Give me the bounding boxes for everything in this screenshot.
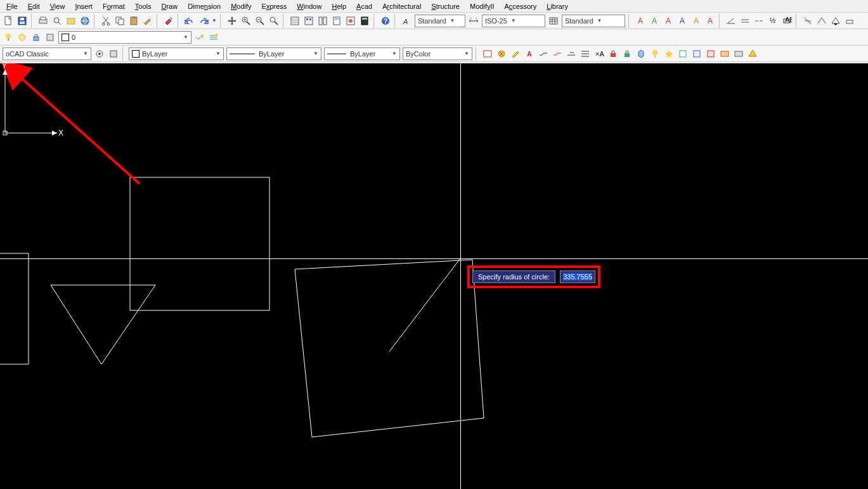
menu-architectural[interactable]: Architectural [377,1,426,11]
menu-window[interactable]: Window [292,1,327,11]
x13-icon[interactable] [649,48,661,60]
zoom-win-icon[interactable] [254,15,266,27]
menu-view[interactable]: View [45,1,70,11]
plotstyle-combo[interactable]: ByColor▼ [403,48,472,60]
x9-icon[interactable]: ×A [593,48,605,60]
publish-icon[interactable] [65,15,77,27]
menu-modify2[interactable]: ModifyII [465,1,500,11]
pan-icon[interactable] [226,15,238,27]
menu-file[interactable]: File [1,1,23,11]
properties-icon[interactable] [289,15,301,27]
tol-icon[interactable] [802,15,813,27]
web-icon[interactable] [79,15,91,27]
redo-icon[interactable] [198,15,209,27]
x15-icon[interactable] [677,48,689,60]
dim-ang-icon[interactable] [725,15,737,27]
dc-icon[interactable] [303,15,314,27]
menu-modify[interactable]: Modify [226,1,256,11]
x6-icon[interactable] [552,48,563,60]
menu-edit[interactable]: Edit [23,1,45,11]
layer-freeze-icon[interactable] [16,32,28,43]
x10-icon[interactable] [607,48,619,60]
dim-qdim-icon[interactable]: ½ [767,15,779,27]
markup-icon[interactable] [345,15,356,27]
lineweight-combo[interactable]: ByLayer▼ [324,48,400,60]
menu-help[interactable]: Help [327,1,351,11]
textstyle-icon[interactable]: A [401,15,412,27]
menu-tools[interactable]: Tools [130,1,157,11]
x2-icon[interactable] [496,48,507,60]
dim-dia-icon[interactable]: A [704,15,716,27]
plot-icon[interactable] [37,15,49,27]
layer-states-icon[interactable] [208,32,219,43]
layer-bulb-icon[interactable] [3,32,14,43]
zoom-rt-icon[interactable] [240,15,252,27]
help-icon[interactable]: ? [380,15,391,27]
linetype-combo[interactable]: ByLayer▼ [226,48,321,60]
x5-icon[interactable] [538,48,549,60]
paint-icon[interactable] [163,15,174,27]
x11-icon[interactable] [621,48,633,60]
layer-prev-icon[interactable] [194,32,205,43]
x12-icon[interactable] [635,48,647,60]
x19-icon[interactable] [733,48,744,60]
cut-icon[interactable] [100,15,112,27]
save-icon[interactable] [16,15,28,27]
dim-rad-icon[interactable]: A [690,15,702,27]
x8-icon[interactable] [580,48,591,60]
copy-icon[interactable] [114,15,126,27]
dim-align-icon[interactable]: A [649,15,660,27]
dim-base-icon[interactable] [739,15,751,27]
dim-lin-icon[interactable]: A [635,15,646,27]
undo-icon[interactable] [184,15,195,27]
tool-pal-icon[interactable] [317,15,328,27]
dim-cont-icon[interactable] [753,15,765,27]
x7-icon[interactable] [566,48,577,60]
layer-lock-icon[interactable] [30,32,42,43]
dim-ord-icon[interactable]: A [677,15,688,27]
menu-acad[interactable]: Acad [351,1,377,11]
ws-lock-icon[interactable] [108,48,119,60]
update-icon[interactable] [844,15,855,27]
x1-icon[interactable] [482,48,493,60]
dimstyle-combo[interactable]: ISO-25▼ [482,15,545,27]
x17-icon[interactable] [705,48,716,60]
zoom-prev-icon[interactable] [268,15,280,27]
dimstyle-icon[interactable] [468,15,479,27]
new-icon[interactable] [3,15,14,27]
menu-express[interactable]: Express [257,1,292,11]
edit-icon[interactable] [830,15,841,27]
menu-insert[interactable]: Insert [70,1,98,11]
x4-icon[interactable]: A [524,48,535,60]
calc-icon[interactable] [359,15,370,27]
menu-accessory[interactable]: Accessory [500,1,542,11]
x3-icon[interactable] [510,48,521,60]
x14-icon[interactable] [663,48,675,60]
drawing-canvas[interactable]: Specify radius of circle: 335.7555 Y X [0,63,868,489]
ws-settings-icon[interactable] [94,48,105,60]
sheets-icon[interactable] [331,15,342,27]
x18-icon[interactable] [719,48,730,60]
layer-combo[interactable]: 0 ▼ [58,31,191,44]
x20-icon[interactable] [747,48,758,60]
menu-library[interactable]: Library [541,1,573,11]
tablestyle-combo[interactable]: Standard▼ [562,15,625,27]
dropdown-arrow-icon[interactable]: ▼ [212,18,217,23]
tablestyle-icon[interactable] [548,15,559,27]
menu-structure[interactable]: Structure [426,1,465,11]
center-icon[interactable] [816,15,827,27]
textstyle-combo[interactable]: Standard▼ [415,15,465,27]
x16-icon[interactable] [691,48,703,60]
menu-format[interactable]: Format [98,1,130,11]
leader-icon[interactable]: ABC [781,15,793,27]
menu-dimension[interactable]: Dimension [183,1,226,11]
layer-color-icon[interactable] [44,32,56,43]
color-combo[interactable]: ByLayer▼ [129,48,224,60]
dynamic-input-value[interactable]: 335.7555 [560,270,595,283]
preview-icon[interactable] [51,15,63,27]
paste-icon[interactable] [128,15,139,27]
dim-arc-icon[interactable]: A [663,15,674,27]
match-icon[interactable] [142,15,153,27]
menu-draw[interactable]: Draw [156,1,183,11]
workspace-combo[interactable]: oCAD Classic▼ [3,48,91,60]
